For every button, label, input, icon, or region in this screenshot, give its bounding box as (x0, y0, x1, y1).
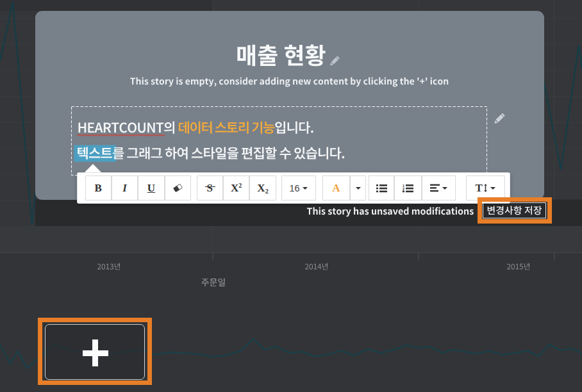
svg-text:2: 2 (403, 187, 404, 191)
